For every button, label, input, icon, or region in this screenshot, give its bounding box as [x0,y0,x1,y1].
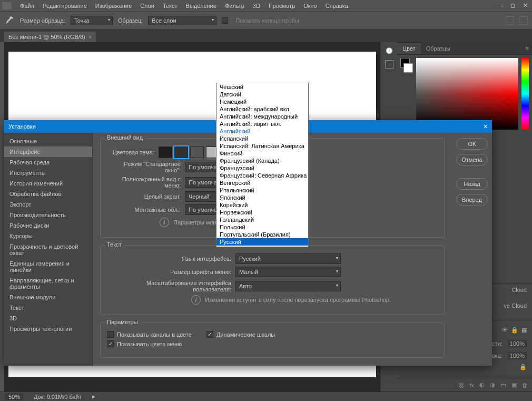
ok-button[interactable]: ОК [456,138,488,150]
hue-slider[interactable] [521,58,529,130]
close-icon[interactable]: ✕ [520,2,530,9]
theme-swatch[interactable] [174,146,188,158]
language-option[interactable]: Испанский [216,135,308,142]
sample-source-select[interactable]: Все слои [148,16,216,25]
language-option[interactable]: Чешский [216,83,308,91]
mask-icon[interactable]: ◐ [479,382,485,388]
lock-icon[interactable]: 🔒 [511,327,518,334]
language-option[interactable]: Испанский: Латинская Америка [216,142,308,150]
prefs-nav-item[interactable]: Текст [4,302,92,313]
prefs-nav-item[interactable]: Основные [4,136,92,146]
menu-colors-checkbox[interactable]: ✓Показывать цвета меню [107,340,182,347]
prefs-nav-item[interactable]: История изменений [4,178,92,189]
prefs-nav-item[interactable]: Внешние модули [4,292,92,302]
menu-выделение[interactable]: Выделение [182,3,221,9]
language-option[interactable]: Португальский (Бразилия) [216,231,308,238]
prefs-nav-item[interactable]: Экспорт [4,199,92,210]
close-icon[interactable]: × [484,122,488,131]
menu-фильтр[interactable]: Фильтр [221,3,249,9]
language-option[interactable]: Венгерский [216,179,308,187]
fx-icon[interactable]: fx [469,382,474,388]
language-option[interactable]: Французский: Северная Африка [216,172,308,179]
ui-language-select[interactable]: Русский [235,253,341,264]
menu-редактирование[interactable]: Редактирование [38,3,91,9]
sample-size-select[interactable]: Точка [71,16,113,25]
opacity-field[interactable]: 100% [508,340,527,347]
show-ring-checkbox[interactable] [222,17,228,24]
prefs-nav-item[interactable]: Обработка файлов [4,189,92,199]
next-button[interactable]: Вперед [456,194,488,206]
lock-icon[interactable]: 🔒 [519,364,527,370]
language-option[interactable]: Голландский [216,216,308,223]
maximize-icon[interactable]: ◻ [508,2,517,9]
menu-изображение[interactable]: Изображение [91,3,136,9]
channels-color-checkbox[interactable]: Показывать каналы в цвете [107,331,192,338]
history-icon[interactable]: 🕓 [384,45,395,56]
cancel-button[interactable]: Отмена [456,154,488,165]
minimize-icon[interactable]: — [495,2,505,9]
language-dropdown[interactable]: ЧешскийДатскийНемецкийАнглийский: арабск… [216,83,309,247]
menu-3d[interactable]: 3D [249,3,264,9]
language-option[interactable]: Английский: арабский вкл. [216,105,308,113]
dynamic-sliders-checkbox[interactable]: ✓Динамические шкалы [206,331,275,338]
language-option[interactable]: Польский [216,223,308,231]
language-option[interactable]: Корейский [216,201,308,209]
folder-icon[interactable]: 🗀 [500,382,506,388]
prefs-nav-item[interactable]: Производительность [4,210,92,220]
eyedropper-icon[interactable] [4,15,15,26]
fill-field[interactable]: 100% [508,352,527,359]
search-icon[interactable] [506,16,514,25]
close-icon[interactable]: × [88,34,92,40]
language-option[interactable]: Немецкий [216,98,308,105]
language-option[interactable]: Английский [216,128,308,135]
color-field[interactable] [416,58,518,130]
prefs-nav-item[interactable]: Рабочие диски [4,220,92,231]
menu-текст[interactable]: Текст [159,3,182,9]
panel-menu-icon[interactable]: ≡ [523,45,532,52]
prefs-nav-item[interactable]: Интерфейс [4,146,92,157]
prefs-nav-item[interactable]: Просмотры технологии [4,324,92,334]
prefs-nav-item[interactable]: Рабочая среда [4,157,92,168]
language-option[interactable]: Норвежский [216,209,308,216]
workspace-icon[interactable] [519,16,528,25]
language-option[interactable]: Французский (Канада) [216,157,308,164]
new-icon[interactable]: ▣ [511,382,517,388]
language-option[interactable]: Английский: международный [216,113,308,120]
eye-icon[interactable]: 👁 [502,327,508,334]
language-option[interactable]: Английский: иврит вкл. [216,120,308,128]
language-option[interactable]: Итальянский [216,187,308,194]
document-tab[interactable]: Без имени-1 @ 50% (RGB/8) × [4,32,96,42]
trash-icon[interactable]: 🗑 [522,382,528,388]
menu-файл[interactable]: Файл [16,3,38,9]
prev-button[interactable]: Назад [456,178,488,190]
prefs-nav-item[interactable]: 3D [4,313,92,324]
adj-icon[interactable]: ◑ [490,382,495,388]
language-option[interactable]: Шведский [216,246,308,247]
language-option[interactable]: Финский [216,150,308,157]
prefs-nav-item[interactable]: Направляющие, сетка и фрагменты [4,275,92,292]
font-size-select[interactable]: Малый [235,267,341,277]
language-option[interactable]: Японский [216,194,308,201]
ui-scale-select[interactable]: Авто [235,281,341,291]
prefs-nav-item[interactable]: Курсоры [4,231,92,241]
grid-icon[interactable] [385,60,393,69]
language-option[interactable]: Русский [216,238,308,246]
menu-окно[interactable]: Окно [299,3,321,9]
link-icon[interactable]: ⛓ [458,382,464,388]
theme-swatch[interactable] [159,146,172,158]
language-option[interactable]: Датский [216,91,308,98]
theme-swatch[interactable] [190,146,204,158]
tab-swatches[interactable]: Образцы [421,42,456,54]
prefs-nav-item[interactable]: Инструменты [4,168,92,178]
prefs-nav-item[interactable]: Прозрачность и цветовой охват [4,241,92,258]
chevron-right-icon[interactable]: ▸ [92,393,95,400]
menu-слои[interactable]: Слои [136,3,159,9]
tab-color[interactable]: Цвет [397,42,421,54]
language-option[interactable]: Французский [216,164,308,172]
grid-icon[interactable]: ▦ [521,327,527,334]
menu-справка[interactable]: Справка [321,3,352,9]
zoom-field[interactable]: 50% [5,393,23,400]
menu-просмотр[interactable]: Просмотр [264,3,299,9]
bg-swatch[interactable] [403,63,413,73]
prefs-nav-item[interactable]: Единицы измерения и линейки [4,258,92,275]
